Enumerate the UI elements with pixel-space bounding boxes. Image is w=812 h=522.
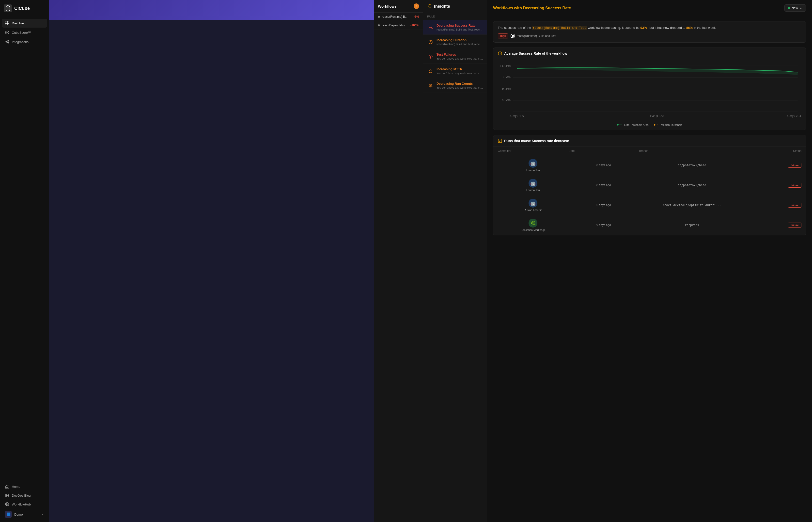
old-pct: 93% <box>641 26 647 29</box>
globe-icon <box>5 502 9 506</box>
workflow-pct: -8% <box>414 15 419 18</box>
insight-row-test-failures[interactable]: Test Failures You don't have any workflo… <box>423 49 487 64</box>
insight-row-decreasing-run-counts[interactable]: Decreasing Run Counts You don't have any… <box>423 78 487 93</box>
insight-row-increasing-duration[interactable]: Increasing Duration react/(Runtime) Buil… <box>423 35 487 49</box>
refresh-icon <box>427 68 434 75</box>
insights-col-header: Rule <box>423 13 487 20</box>
svg-text:50%: 50% <box>502 87 511 91</box>
workflows-title: Workflows <box>378 4 397 8</box>
book-icon <box>5 493 9 498</box>
chart-section: Average Success Rate of the workflow 100… <box>493 47 806 130</box>
date-cell: 9 days ago <box>568 223 639 227</box>
run-row[interactable]: 🤖 Lauren Tan 8 days ago gh/poteto/9/head… <box>493 175 806 195</box>
runs-icon <box>498 139 502 143</box>
clock-icon <box>427 39 434 45</box>
demo-icon: 🟦 <box>5 511 12 518</box>
background-panel <box>49 0 374 522</box>
chevron-down-icon <box>41 513 44 516</box>
runs-section: Runs that cause Success rate decrease Co… <box>493 135 806 235</box>
chevron-down-icon <box>799 7 803 9</box>
sidebar-item-demo[interactable]: 🟦 Demo <box>2 509 47 520</box>
chart-legend: Elite Threshold Area Median Threshold <box>493 123 806 130</box>
committer-cell: 🤖 Lauren Tan <box>498 159 568 172</box>
runs-title: Runs that cause Success rate decrease <box>504 139 569 143</box>
committer-cell: 🤖 Ruslan Lesiutin <box>498 199 568 212</box>
sidebar-item-dashboard[interactable]: Dashboard <box>2 19 47 27</box>
workflow-pct: -100% <box>411 24 419 27</box>
insight-desc: react/(Runtime) Build and Test, react/(S… <box>437 43 483 45</box>
date-cell: 8 days ago <box>568 183 639 187</box>
run-row[interactable]: 🤖 Lauren Tan 8 days ago gh/poteto/9/head… <box>493 155 806 175</box>
status-dot <box>788 7 790 9</box>
alert-text: The success rate of the react/(Runtime) … <box>498 25 801 31</box>
status-badge: failure <box>788 183 801 188</box>
branch-cell: gh/poteto/9/head <box>639 183 745 187</box>
github-icon <box>511 34 515 38</box>
branch-cell: rscprops <box>639 223 745 227</box>
workflow-name: react/Dependabot ... <box>382 24 409 27</box>
insight-row-decreasing-success[interactable]: Decreasing Success Rate react/(Runtime) … <box>423 20 487 35</box>
sidebar-nav: Dashboard CubeScore™ Integrations <box>0 17 49 480</box>
svg-rect-1 <box>5 21 7 23</box>
svg-text:Sep 30: Sep 30 <box>787 114 801 117</box>
svg-point-7 <box>8 42 8 43</box>
avatar: 🤖 <box>528 159 537 168</box>
workflow-item-0[interactable]: react/(Runtime) B... -8% <box>374 13 423 21</box>
svg-rect-3 <box>5 23 7 25</box>
date-cell: 8 days ago <box>568 163 639 167</box>
svg-point-27 <box>617 124 619 125</box>
insight-desc: react/(Runtime) Build and Test, react/De… <box>437 28 483 31</box>
sidebar: CICube Dashboard CubeScore™ <box>0 0 49 522</box>
detail-panel: Workflows with Decreasing Success Rate N… <box>487 0 812 522</box>
workflow-code: react/(Runtime) Build and Test <box>532 26 587 30</box>
committer-name: Sebastian Markbage <box>521 228 545 232</box>
new-button[interactable]: New <box>785 4 806 12</box>
sidebar-item-integrations[interactable]: Integrations <box>2 37 47 46</box>
insight-label: Test Failures <box>437 53 483 56</box>
insight-label: Decreasing Success Rate <box>437 24 483 27</box>
status-cell: failure <box>745 223 801 227</box>
svg-rect-4 <box>7 23 9 25</box>
detail-body: The success rate of the react/(Runtime) … <box>487 16 812 240</box>
insight-desc: You don't have any workflows that match … <box>437 86 483 89</box>
status-cell: failure <box>745 163 801 168</box>
branch-cell: react-devtools/optimize-durati... <box>639 203 745 207</box>
trend-down-icon <box>427 24 434 31</box>
workflow-tag: react/(Runtime) Build and Test <box>511 34 556 38</box>
legend-elite: Elite Threshold Area <box>617 123 649 126</box>
sidebar-item-workflowhub[interactable]: WorkflowHub <box>2 500 47 509</box>
status-cell: failure <box>745 203 801 207</box>
svg-point-5 <box>6 41 7 42</box>
logo: CICube <box>0 0 49 17</box>
svg-text:75%: 75% <box>502 76 511 79</box>
insight-label: Increasing Duration <box>437 38 483 42</box>
status-badge: failure <box>788 223 801 227</box>
sidebar-item-home[interactable]: Home <box>2 482 47 491</box>
insight-content: Decreasing Success Rate react/(Runtime) … <box>437 24 483 31</box>
insights-title: Insights <box>434 4 450 9</box>
home-icon <box>5 484 9 489</box>
insight-row-increasing-mttr[interactable]: Increasing MTTR You don't have any workf… <box>423 64 487 78</box>
layers-icon <box>427 82 434 89</box>
run-row[interactable]: 🤖 Ruslan Lesiutin 5 days ago react-devto… <box>493 195 806 215</box>
avatar: 🤖 <box>528 199 537 207</box>
date-cell: 5 days ago <box>568 203 639 207</box>
main-content: Workflows 2 react/(Runtime) B... -8% rea… <box>49 0 812 522</box>
workflow-item-1[interactable]: react/Dependabot ... -100% <box>374 21 423 30</box>
committer-cell: 🌿 Sebastian Markbage <box>498 219 568 232</box>
runs-col-headers: Committer Date Branch Status <box>493 147 806 155</box>
svg-text:Sep 16: Sep 16 <box>509 114 524 117</box>
status-cell: failure <box>745 183 801 188</box>
sidebar-item-cubescore[interactable]: CubeScore™ <box>2 28 47 37</box>
workflows-badge: 2 <box>414 3 419 9</box>
legend-median: Median Threshold <box>653 123 683 126</box>
insight-content: Decreasing Run Counts You don't have any… <box>437 82 483 89</box>
run-row[interactable]: 🌿 Sebastian Markbage 9 days ago rscprops… <box>493 215 806 235</box>
sidebar-item-devops-blog[interactable]: DevOps Blog <box>2 491 47 500</box>
committer-name: Ruslan Lesiutin <box>524 208 542 212</box>
svg-point-29 <box>654 124 655 125</box>
branch-cell: gh/poteto/9/head <box>639 163 745 167</box>
committer-name: Lauren Tan <box>526 169 540 172</box>
chart-svg: 100% 75% 50% 25% Sep 16 Sep 23 Se <box>498 63 801 119</box>
purple-header-bar <box>49 0 374 20</box>
